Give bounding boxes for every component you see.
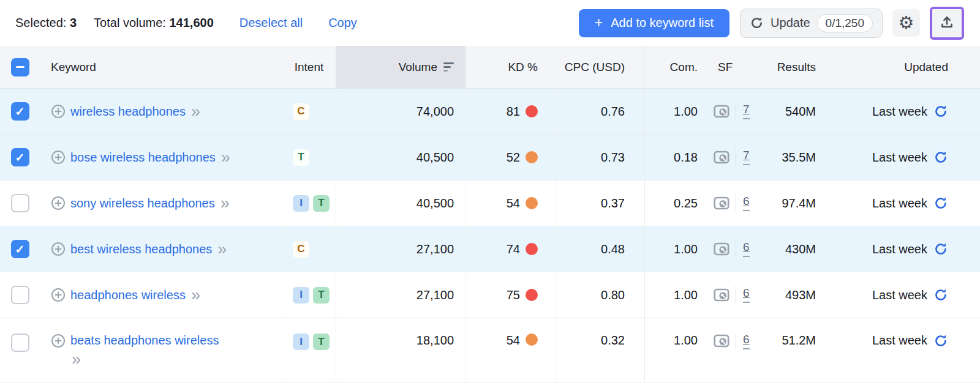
add-to-keyword-list-button[interactable]: + Add to keyword list [579, 9, 729, 37]
keyword-link[interactable]: sony wireless headphones [70, 196, 215, 210]
header-sf[interactable]: SF [707, 46, 766, 88]
updated-value: Last week [872, 151, 927, 165]
expand-chevron-icon[interactable]: » [221, 151, 229, 163]
kd-value: 75 [507, 288, 520, 302]
header-results[interactable]: Results [766, 46, 833, 88]
total-volume-value: 141,600 [169, 16, 213, 29]
intent-badge: I [293, 195, 309, 212]
kd-difficulty-dot [526, 197, 538, 209]
cpc-cell: 0.73 [556, 135, 645, 180]
update-label: Update [771, 16, 810, 30]
serp-features-icon[interactable] [714, 196, 730, 210]
add-keyword-icon[interactable] [51, 333, 66, 348]
header-keyword[interactable]: Keyword [40, 46, 282, 88]
header-cpc[interactable]: CPC (USD) [556, 46, 645, 88]
serp-features-icon[interactable] [714, 242, 730, 256]
sf-count-link[interactable]: 6 [743, 195, 750, 211]
results-cell: 430M [766, 226, 833, 272]
expand-chevron-icon[interactable]: » [221, 197, 228, 209]
intent-badge: C [293, 241, 309, 258]
updated-value: Last week [872, 288, 927, 302]
kd-difficulty-dot [526, 289, 538, 301]
refresh-row-icon[interactable] [933, 104, 948, 119]
intent-badge: I [293, 333, 309, 350]
header-kd[interactable]: KD % [466, 46, 556, 88]
header-updated[interactable]: Updated [833, 46, 980, 88]
refresh-row-icon[interactable] [933, 288, 948, 302]
row-checkbox[interactable] [11, 194, 29, 212]
results-cell: 35.5M [766, 135, 833, 180]
row-checkbox[interactable] [11, 102, 29, 121]
com-cell: 1.00 [645, 318, 707, 382]
serp-features-icon[interactable] [714, 288, 730, 302]
kd-value: 54 [507, 333, 520, 348]
expand-chevron-icon[interactable]: » [217, 243, 225, 255]
sf-count-link[interactable]: 6 [743, 287, 750, 303]
export-button[interactable] [932, 9, 962, 37]
add-keyword-icon[interactable] [51, 196, 66, 210]
sf-divider [736, 102, 736, 121]
sf-divider [736, 240, 736, 258]
table-row: sony wireless headphones » I T 40,500 54… [0, 181, 980, 226]
sf-count-link[interactable]: 6 [743, 241, 750, 257]
total-volume-label: Total volume: [94, 16, 166, 29]
results-cell: 493M [766, 272, 833, 318]
keyword-link[interactable]: headphones wireless [70, 288, 186, 302]
table-header-row: Keyword Intent Volume KD % CPC (USD) Com… [0, 46, 980, 89]
sf-count-link[interactable]: 7 [743, 149, 750, 165]
header-volume-label: Volume [399, 61, 437, 74]
kd-difficulty-dot [526, 243, 538, 255]
sf-count-link[interactable]: 7 [743, 103, 750, 119]
settings-button[interactable]: ⚙ [892, 9, 920, 37]
keyword-table: Keyword Intent Volume KD % CPC (USD) Com… [0, 46, 980, 382]
header-com[interactable]: Com. [645, 46, 707, 88]
sf-count-link[interactable]: 6 [743, 333, 750, 349]
serp-features-icon[interactable] [714, 104, 730, 119]
volume-cell: 40,500 [336, 135, 466, 180]
expand-chevron-icon[interactable]: » [191, 289, 199, 301]
add-keyword-icon[interactable] [51, 150, 66, 165]
deselect-all-link[interactable]: Deselect all [239, 16, 303, 30]
update-button[interactable]: Update 0/1,250 [740, 9, 883, 38]
keyword-link[interactable]: bose wireless headphones [70, 151, 216, 165]
intent-badge: T [313, 333, 330, 350]
refresh-row-icon[interactable] [933, 150, 948, 165]
volume-cell: 74,000 [336, 89, 466, 134]
select-all-checkbox[interactable] [11, 58, 29, 76]
com-cell: 1.00 [645, 226, 707, 272]
table-row: best wireless headphones » C 27,100 74 0… [0, 226, 980, 272]
table-row: headphones wireless » I T 27,100 75 0.80… [0, 272, 980, 318]
selected-count-value: 3 [70, 16, 77, 29]
row-checkbox[interactable] [11, 240, 29, 258]
serp-features-icon[interactable] [714, 150, 730, 165]
gear-icon: ⚙ [899, 14, 914, 32]
expand-chevron-icon[interactable]: » [72, 353, 282, 365]
kd-value: 54 [507, 196, 520, 210]
keyword-link[interactable]: wireless headphones [70, 105, 186, 119]
serp-features-icon[interactable] [714, 333, 730, 348]
header-intent[interactable]: Intent [282, 46, 336, 88]
expand-chevron-icon[interactable]: » [191, 105, 199, 117]
keyword-link[interactable]: beats headphones wireless [70, 333, 219, 348]
updated-value: Last week [872, 105, 927, 119]
selection-toolbar: Selected: 3 Total volume: 141,600 Desele… [0, 0, 980, 46]
add-keyword-icon[interactable] [51, 288, 66, 302]
volume-cell: 27,100 [336, 226, 466, 272]
refresh-row-icon[interactable] [933, 242, 948, 256]
volume-cell: 40,500 [336, 181, 466, 226]
add-keyword-icon[interactable] [51, 104, 66, 119]
cpc-cell: 0.76 [556, 89, 645, 134]
row-checkbox[interactable] [11, 148, 29, 166]
keyword-link[interactable]: best wireless headphones [70, 242, 212, 256]
header-volume[interactable]: Volume [336, 46, 466, 88]
add-keyword-icon[interactable] [51, 242, 66, 256]
refresh-row-icon[interactable] [933, 333, 948, 348]
row-checkbox[interactable] [11, 333, 29, 352]
copy-link[interactable]: Copy [328, 16, 357, 30]
cpc-cell: 0.32 [556, 318, 645, 382]
row-checkbox[interactable] [11, 286, 29, 304]
refresh-row-icon[interactable] [933, 196, 948, 210]
sf-divider [736, 194, 736, 212]
intent-badge: T [313, 287, 330, 303]
sf-divider [736, 148, 736, 166]
